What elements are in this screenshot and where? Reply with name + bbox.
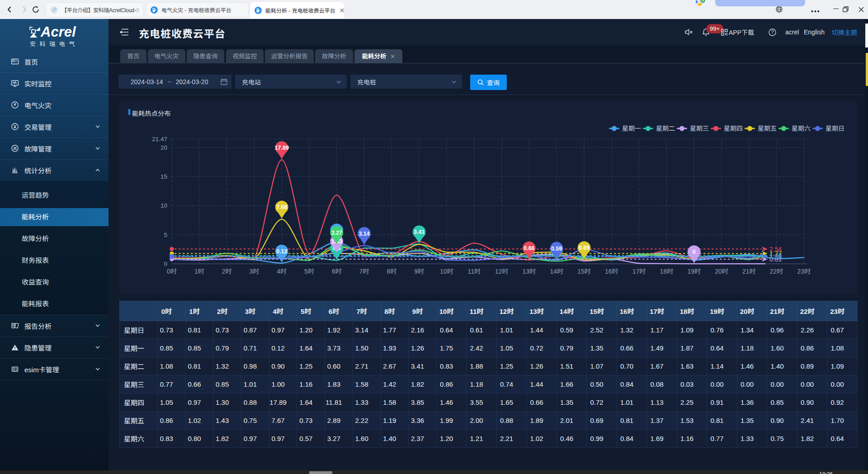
svg-text:2时: 2时: [222, 268, 232, 275]
svg-text:0.69: 0.69: [579, 245, 590, 251]
svg-text:1时: 1时: [194, 268, 204, 275]
svg-text:14时: 14时: [550, 268, 563, 275]
svg-text:10: 10: [160, 202, 167, 209]
svg-text:5: 5: [164, 232, 167, 238]
svg-text:7时: 7时: [359, 268, 369, 275]
svg-text:15: 15: [160, 173, 167, 180]
svg-text:15时: 15时: [577, 268, 591, 275]
svg-text:3.41: 3.41: [414, 229, 425, 235]
svg-text:20: 20: [160, 144, 167, 151]
svg-text:11时: 11时: [468, 268, 481, 275]
svg-text:17.89: 17.89: [275, 145, 289, 151]
svg-text:6时: 6时: [332, 268, 342, 275]
svg-text:0: 0: [693, 249, 696, 255]
svg-text:21时: 21时: [742, 268, 756, 275]
svg-text:3时: 3时: [250, 268, 259, 275]
svg-text:0: 0: [164, 261, 167, 267]
svg-text:10时: 10时: [440, 268, 453, 275]
svg-text:星期日: 星期日: [826, 125, 844, 132]
svg-text:12时: 12时: [495, 268, 509, 275]
svg-text:19时: 19时: [687, 268, 701, 275]
svg-text:0时: 0时: [167, 268, 177, 275]
svg-text:20时: 20时: [715, 268, 728, 275]
svg-text:?: ?: [771, 30, 774, 35]
svg-text:星期四: 星期四: [724, 125, 743, 132]
svg-text:13时: 13时: [523, 268, 536, 275]
svg-text:星期五: 星期五: [758, 125, 777, 132]
svg-text:1.28: 1.28: [769, 253, 782, 260]
svg-text:16时: 16时: [605, 268, 618, 275]
svg-text:18时: 18时: [660, 268, 674, 275]
svg-text:8时: 8时: [387, 268, 397, 275]
svg-text:星期三: 星期三: [690, 125, 709, 132]
svg-text:3.27: 3.27: [331, 230, 342, 236]
svg-text:星期一: 星期一: [622, 125, 641, 132]
svg-text:23时: 23时: [797, 268, 811, 275]
svg-text:星期六: 星期六: [792, 125, 811, 132]
svg-text:22时: 22时: [770, 268, 783, 275]
svg-text:21.47: 21.47: [152, 136, 167, 142]
svg-text:0.59: 0.59: [551, 246, 562, 252]
svg-text:3.14: 3.14: [359, 231, 369, 237]
svg-text:4时: 4时: [277, 268, 287, 275]
svg-text:17时: 17时: [632, 268, 646, 275]
svg-text:7.68: 7.68: [276, 204, 287, 210]
svg-text:5时: 5时: [304, 268, 314, 275]
svg-text:0.12: 0.12: [276, 248, 287, 255]
svg-text:0.66: 0.66: [524, 245, 534, 251]
svg-text:星期二: 星期二: [656, 125, 675, 132]
svg-text:9时: 9时: [414, 268, 424, 275]
